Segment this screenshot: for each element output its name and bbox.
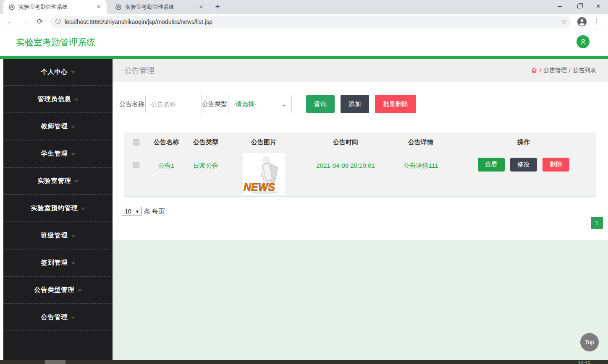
taskbar-strip: 20:25 <box>0 360 608 364</box>
minimize-button[interactable] <box>550 0 569 13</box>
svg-text:NEWS: NEWS <box>244 181 275 193</box>
browser-profile-avatar[interactable] <box>577 17 587 27</box>
cell-notice-time: 2021-04-09 20:19:01 <box>301 152 390 196</box>
notice-type-label: 公告类型 <box>202 100 227 108</box>
chevron-down-icon <box>71 317 75 319</box>
sidebar-item-notice-type-mgmt[interactable]: 公告类型管理 <box>3 277 113 304</box>
col-header-actions: 操作 <box>451 133 596 152</box>
page-size-row: 10 ▼ 条 每页 <box>122 207 608 216</box>
tab-favicon-icon <box>115 4 122 10</box>
tab-2[interactable]: 实验室考勤管理系统 × <box>110 0 209 14</box>
notice-table: 公告名称 公告类型 公告图片 公告时间 公告详情 操作 公告1 日常公告 <box>124 133 596 197</box>
cell-notice-type: 日常公告 <box>185 152 227 196</box>
restore-button[interactable] <box>569 0 589 13</box>
close-button[interactable]: × <box>589 0 608 13</box>
sidebar-item-checkin-mgmt[interactable]: 签到管理 <box>3 250 113 277</box>
breadcrumb-item-notice-list: 公告列表 <box>573 67 596 74</box>
tab-close-icon[interactable]: × <box>197 3 205 11</box>
delete-button[interactable]: 删除 <box>542 158 569 172</box>
chevron-down-icon: ⌄ <box>282 101 286 107</box>
chevron-down-icon <box>71 153 75 156</box>
content-panel: 公告名称 公告类型 -请选择- ⌄ 查询 添加 批量删除 公告名称 公告类型 公… <box>113 82 608 240</box>
sidebar-item-notice-mgmt[interactable]: 公告管理 <box>3 304 113 331</box>
minimize-icon <box>558 6 562 7</box>
col-header-time: 公告时间 <box>301 133 390 152</box>
sidebar-item-class-mgmt[interactable]: 班级管理 <box>3 222 113 250</box>
page-title-bar: 公告管理 / 公告管理 / 公告列表 <box>113 59 608 82</box>
browser-tab-strip: 实验室考勤管理系统 × 实验室考勤管理系统 × + × <box>0 0 608 14</box>
sidebar: 个人中心 管理员信息 教师管理 学生管理 实验室管理 实验室预约管理 班级管理 … <box>3 59 113 360</box>
chevron-down-icon <box>74 180 79 183</box>
taskbar-active-app[interactable] <box>45 360 66 364</box>
browser-menu-icon[interactable]: ⋮ <box>592 18 600 26</box>
address-bar[interactable]: ⓘ localhost:8080/shiyanshikaoqin/jsp/mod… <box>50 16 571 28</box>
sidebar-item-admin-info[interactable]: 管理员信息 <box>3 86 113 113</box>
user-account-button[interactable] <box>577 35 590 48</box>
cell-notice-detail: 公告详情111 <box>390 152 451 196</box>
query-button[interactable]: 查询 <box>306 95 335 113</box>
edit-button[interactable]: 修改 <box>510 158 537 172</box>
forward-button[interactable]: → <box>19 18 30 26</box>
sidebar-item-teacher-mgmt[interactable]: 教师管理 <box>3 113 113 140</box>
tab-close-icon[interactable]: × <box>95 3 102 11</box>
reload-button[interactable]: ⟳ <box>34 17 45 26</box>
app-header: 实验室考勤管理系统 <box>0 29 608 56</box>
sidebar-item-lab-reservation-mgmt[interactable]: 实验室预约管理 <box>3 195 113 222</box>
chevron-down-icon <box>78 289 82 292</box>
page-size-select[interactable]: 10 ▼ <box>122 207 142 216</box>
notice-type-select[interactable]: -请选择- ⌄ <box>228 95 292 113</box>
main-content: 公告管理 / 公告管理 / 公告列表 公告名称 公告类型 -请选择- ⌄ 查询 … <box>113 59 608 360</box>
cell-actions: 查看 修改 删除 <box>451 152 596 196</box>
page-title: 公告管理 <box>124 65 531 75</box>
tab-title: 实验室考勤管理系统 <box>125 3 197 11</box>
sidebar-item-student-mgmt[interactable]: 学生管理 <box>3 140 113 168</box>
table-header-row: 公告名称 公告类型 公告图片 公告时间 公告详情 操作 <box>124 133 596 152</box>
chevron-down-icon <box>81 208 85 210</box>
screen: 实验室考勤管理系统 × 实验室考勤管理系统 × + × ← → ⟳ ⓘ loca… <box>0 0 608 364</box>
add-button[interactable]: 添加 <box>341 95 369 113</box>
url-text[interactable]: localhost:8080/shiyanshikaoqin/jsp/modul… <box>65 18 561 25</box>
tab-1[interactable]: 实验室考勤管理系统 × <box>3 0 107 14</box>
view-button[interactable]: 查看 <box>478 158 505 172</box>
back-button[interactable]: ← <box>4 18 15 26</box>
col-header-image: 公告图片 <box>227 133 301 152</box>
chevron-down-icon <box>71 235 75 237</box>
page-number-button[interactable]: 1 <box>591 217 603 229</box>
news-image[interactable]: NEWS <box>243 153 285 195</box>
select-all-checkbox[interactable] <box>133 139 139 146</box>
search-form: 公告名称 公告类型 -请选择- ⌄ 查询 添加 批量删除 <box>113 82 608 113</box>
bookmark-star-icon[interactable]: ☆ <box>561 18 567 26</box>
restore-icon <box>577 5 581 8</box>
close-icon: × <box>596 3 600 10</box>
breadcrumb: / 公告管理 / 公告列表 <box>531 67 596 74</box>
home-icon[interactable] <box>531 67 537 74</box>
sidebar-item-lab-mgmt[interactable]: 实验室管理 <box>3 168 113 195</box>
col-header-detail: 公告详情 <box>390 133 451 152</box>
browser-toolbar: ← → ⟳ ⓘ localhost:8080/shiyanshikaoqin/j… <box>0 14 608 29</box>
app-title: 实验室考勤管理系统 <box>16 36 95 48</box>
site-info-icon[interactable]: ⓘ <box>55 18 61 26</box>
breadcrumb-separator: / <box>569 67 571 74</box>
chevron-down-icon <box>71 71 75 74</box>
col-header-type: 公告类型 <box>185 133 227 152</box>
table-row: 公告1 日常公告 NEWS <box>124 152 596 196</box>
col-header-name: 公告名称 <box>148 133 185 152</box>
chevron-down-icon: ▼ <box>135 209 139 214</box>
tab-divider <box>210 3 210 11</box>
chevron-down-icon <box>71 126 75 128</box>
taskbar-clock: 20:25 <box>578 361 590 364</box>
per-page-label: 条 每页 <box>144 208 165 216</box>
chevron-down-icon <box>71 262 75 265</box>
back-to-top-button[interactable]: Top <box>580 333 599 351</box>
row-checkbox[interactable] <box>133 162 139 168</box>
breadcrumb-separator: / <box>540 67 541 74</box>
breadcrumb-item-notice-mgmt[interactable]: 公告管理 <box>543 67 567 74</box>
batch-delete-button[interactable]: 批量删除 <box>375 95 416 113</box>
tab-favicon-icon <box>8 4 15 10</box>
notice-name-input[interactable] <box>145 95 202 113</box>
new-tab-button[interactable]: + <box>212 2 223 13</box>
notice-name-label: 公告名称 <box>119 100 144 108</box>
brand-green-bar <box>0 56 608 59</box>
person-icon <box>579 38 587 46</box>
sidebar-item-personal-center[interactable]: 个人中心 <box>3 59 113 86</box>
